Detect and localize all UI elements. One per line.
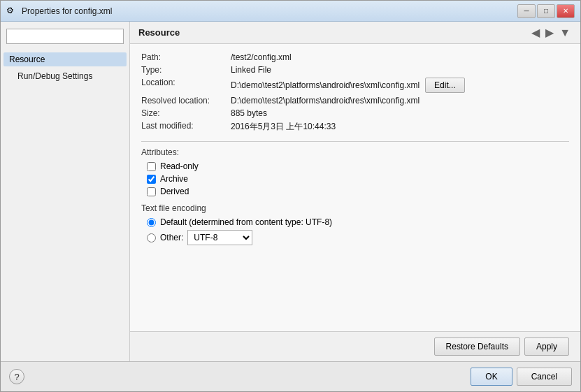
archive-row: Archive — [147, 174, 569, 184]
resolved-value: D:\demo\test2\platforms\android\res\xml\… — [231, 96, 569, 106]
resolved-label: Resolved location: — [141, 96, 225, 106]
encoding-section: Text file encoding Default (determined f… — [141, 203, 569, 245]
type-label: Type: — [141, 65, 225, 75]
modified-label: Last modified: — [141, 121, 225, 133]
title-bar: ⚙ Properties for config.xml ─ □ ✕ — [1, 1, 580, 22]
edit-button[interactable]: Edit... — [425, 78, 465, 93]
forward-button[interactable]: ▶ — [544, 26, 555, 39]
panel-header: Resource ◀ ▶ ▼ — [130, 22, 580, 44]
title-bar-left: ⚙ Properties for config.xml — [6, 6, 112, 17]
sidebar-item-run-debug[interactable]: Run/Debug Settings — [3, 69, 127, 83]
archive-checkbox[interactable] — [147, 175, 156, 184]
search-box[interactable] — [6, 29, 124, 44]
panel-title: Resource — [138, 27, 180, 38]
sidebar-item-resource[interactable]: Resource — [3, 52, 127, 66]
back-button[interactable]: ◀ — [530, 26, 541, 39]
size-value: 885 bytes — [231, 108, 569, 118]
search-input[interactable] — [6, 29, 124, 44]
readonly-label: Read-only — [160, 161, 199, 171]
dialog-icon: ⚙ — [6, 6, 17, 17]
type-value: Linked File — [231, 65, 569, 75]
default-encoding-label: Default (determined from content type: U… — [160, 217, 332, 227]
other-encoding-label: Other: — [160, 233, 183, 242]
sidebar-item-run-debug-label: Run/Debug Settings — [17, 71, 92, 81]
content-area: Resource Run/Debug Settings Resource ◀ ▶… — [1, 22, 580, 361]
readonly-row: Read-only — [147, 161, 569, 171]
properties-dialog: ⚙ Properties for config.xml ─ □ ✕ Resour… — [0, 0, 581, 392]
minimize-button[interactable]: ─ — [517, 4, 536, 18]
help-button[interactable]: ? — [9, 369, 24, 384]
attributes-section: Attributes: Read-only Archive Derived — [141, 147, 569, 196]
location-row: D:\demo\test2\platforms\android\res\xml\… — [231, 78, 569, 93]
divider-1 — [141, 141, 569, 142]
footer-right: OK Cancel — [471, 368, 572, 386]
encoding-select[interactable]: UTF-8 UTF-16 ISO-8859-1 US-ASCII — [187, 230, 252, 245]
derived-checkbox[interactable] — [147, 187, 156, 196]
default-encoding-row: Default (determined from content type: U… — [147, 217, 569, 227]
nav-buttons: ◀ ▶ ▼ — [530, 26, 572, 39]
other-encoding-row: Other: UTF-8 UTF-16 ISO-8859-1 US-ASCII — [147, 230, 569, 245]
cancel-button[interactable]: Cancel — [517, 368, 572, 386]
footer-left: ? — [9, 369, 24, 384]
modified-value: 2016年5月3日 上午10:44:33 — [231, 121, 569, 133]
panel-content: Path: /test2/config.xml Type: Linked Fil… — [130, 44, 580, 331]
encoding-label: Text file encoding — [141, 203, 569, 213]
sidebar: Resource Run/Debug Settings — [1, 22, 130, 361]
restore-defaults-button[interactable]: Restore Defaults — [434, 337, 520, 356]
default-encoding-radio[interactable] — [147, 218, 156, 227]
close-button[interactable]: ✕ — [557, 4, 575, 18]
size-label: Size: — [141, 108, 225, 118]
derived-row: Derived — [147, 187, 569, 196]
readonly-checkbox[interactable] — [147, 162, 156, 171]
location-label: Location: — [141, 78, 225, 93]
ok-button[interactable]: OK — [471, 368, 512, 386]
nav-dropdown-button[interactable]: ▼ — [558, 27, 572, 39]
title-buttons: ─ □ ✕ — [517, 4, 575, 18]
archive-label: Archive — [160, 174, 188, 184]
path-value: /test2/config.xml — [231, 52, 569, 62]
resource-info-table: Path: /test2/config.xml Type: Linked Fil… — [141, 52, 569, 133]
apply-button[interactable]: Apply — [524, 337, 569, 356]
maximize-button[interactable]: □ — [537, 4, 555, 18]
dialog-footer: ? OK Cancel — [1, 361, 580, 391]
main-panel: Resource ◀ ▶ ▼ Path: /test2/config.xml T… — [130, 22, 580, 361]
sidebar-item-resource-label: Resource — [9, 55, 45, 64]
dialog-title: Properties for config.xml — [22, 6, 112, 16]
path-label: Path: — [141, 52, 225, 62]
bottom-buttons: Restore Defaults Apply — [130, 331, 580, 361]
location-value: D:\demo\test2\platforms\android\res\xml\… — [231, 80, 419, 90]
attributes-label: Attributes: — [141, 147, 569, 157]
derived-label: Derived — [160, 187, 189, 196]
other-encoding-radio[interactable] — [147, 233, 156, 242]
